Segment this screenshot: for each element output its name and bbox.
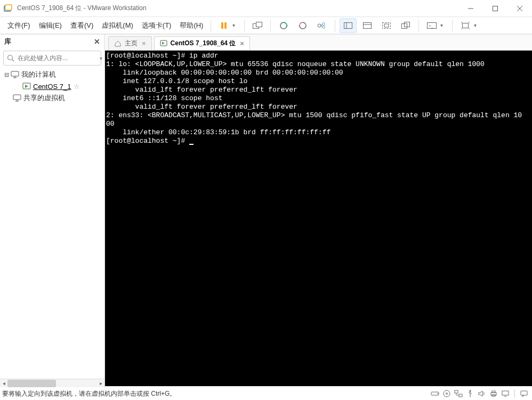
tree-my-computer[interactable]: ⊟ 我的计算机 [2,69,102,80]
svg-point-16 [323,26,325,28]
library-tree: ⊟ 我的计算机 CentOS 7_1 ☆ 共享的虚拟机 [0,68,104,379]
toolbar-separator [211,20,211,31]
svg-rect-9 [256,22,262,27]
svg-rect-19 [344,22,352,28]
svg-point-49 [470,390,471,392]
quick-switch-dropdown-icon[interactable]: ▾ [440,22,447,28]
toolbar-separator [452,20,453,31]
toolbar-separator [244,20,245,31]
search-icon [7,54,14,62]
status-usb-icon[interactable] [465,389,475,398]
tree-collapse-icon[interactable]: ⊟ [4,71,11,78]
view-sidebar-button[interactable] [340,18,357,33]
menu-tabs[interactable]: 选项卡(T) [138,19,176,32]
stretch-guest-button[interactable] [457,18,474,33]
vm-running-icon [22,82,31,91]
menu-help[interactable]: 帮助(H) [175,19,207,32]
svg-rect-46 [455,390,458,393]
menu-view[interactable]: 查看(V) [66,19,98,32]
scroll-right-icon[interactable]: ▸ [97,380,104,386]
pause-dropdown-icon[interactable]: ▾ [232,22,239,28]
favorite-star-icon[interactable]: ☆ [74,83,80,91]
status-messages-icon[interactable] [519,389,529,398]
scroll-track[interactable] [7,380,97,387]
toolbar-separator [335,20,335,31]
tree-centos-vm[interactable]: CentOS 7_1 ☆ [2,80,102,92]
tab-close-icon[interactable]: × [240,39,244,47]
statusbar: 要将输入定向到该虚拟机，请在虚拟机内部单击或按 Ctrl+G。 [0,387,532,400]
snapshot-take-button[interactable] [275,18,292,33]
maximize-button[interactable] [483,0,507,17]
svg-rect-24 [384,24,389,27]
tab-centos[interactable]: CentOS 7_1908_64 位 × [154,36,250,50]
snapshot-manage-button[interactable] [313,18,331,33]
tab-home[interactable]: 主页 × [108,36,152,50]
tree-label: 我的计算机 [21,70,56,79]
status-network-icon[interactable] [453,389,464,398]
svg-marker-36 [25,85,28,88]
tab-close-icon[interactable]: × [142,39,146,47]
svg-rect-1 [5,5,12,10]
status-printer-icon[interactable] [488,389,499,398]
status-sound-icon[interactable] [477,389,487,398]
body: 库 ✕ ▾ ⊟ 我的计算机 CentOS 7_1 ☆ 共享的虚拟机 [0,34,532,387]
menubar: 文件(F) 编辑(E) 查看(V) 虚拟机(M) 选项卡(T) 帮助(H) ▾ … [0,17,532,34]
toolbar-separator [270,20,271,31]
menu-edit[interactable]: 编辑(E) [35,19,66,32]
tree-shared-vms[interactable]: 共享的虚拟机 [2,92,102,104]
scroll-thumb[interactable] [7,380,56,387]
toolbar-separator [418,20,419,31]
status-harddisk-icon[interactable] [430,389,440,398]
tree-label: 共享的虚拟机 [23,93,65,103]
snapshot-revert-button[interactable] [294,18,311,33]
status-text: 要将输入定向到该虚拟机，请在虚拟机内部单击或按 Ctrl+G。 [2,389,429,398]
tree-label: CentOS 7_1 [33,83,71,91]
library-search-input[interactable] [18,54,98,62]
svg-rect-51 [492,391,495,393]
svg-marker-11 [287,25,288,27]
send-ctrl-alt-del-button[interactable] [249,18,266,33]
sidebar-hscrollbar[interactable]: ◂ ▸ [0,379,104,387]
svg-rect-23 [383,22,391,28]
quick-switch-button[interactable]: >_ [423,18,440,33]
svg-marker-41 [162,42,165,44]
fullscreen-button[interactable] [378,18,395,33]
window-title: CentOS 7_1908_64 位 - VMware Workstation [17,4,458,13]
library-search[interactable]: ▾ [3,51,101,66]
library-header: 库 ✕ [0,35,104,48]
minimize-button[interactable] [458,0,483,17]
library-close-icon[interactable]: ✕ [94,37,100,46]
svg-line-31 [12,60,14,62]
svg-rect-53 [502,391,509,395]
shared-monitor-icon [13,94,21,102]
status-cd-icon[interactable] [441,389,452,398]
view-console-button[interactable] [359,18,376,33]
status-display-icon[interactable] [500,389,511,398]
svg-rect-7 [224,22,227,29]
home-icon [114,40,122,47]
unity-button[interactable] [397,18,414,33]
search-dropdown-icon[interactable]: ▾ [100,55,102,61]
library-title: 库 [4,37,11,46]
library-sidebar: 库 ✕ ▾ ⊟ 我的计算机 CentOS 7_1 ☆ 共享的虚拟机 [0,35,105,387]
svg-rect-29 [463,23,469,28]
svg-point-15 [323,22,325,25]
svg-rect-3 [493,6,498,11]
stretch-dropdown-icon[interactable]: ▾ [474,22,480,28]
svg-point-14 [318,24,321,27]
menu-file[interactable]: 文件(F) [3,19,35,32]
svg-point-44 [444,390,450,397]
svg-rect-32 [11,71,19,76]
titlebar: CentOS 7_1908_64 位 - VMware Workstation [0,0,532,17]
close-window-button[interactable] [507,0,532,17]
svg-rect-6 [221,22,223,29]
svg-rect-37 [13,95,21,100]
vm-terminal[interactable]: [root@localhost ~]# ip addr 1: lo: <LOOP… [105,51,532,387]
scroll-left-icon[interactable]: ◂ [0,380,7,386]
menu-vm[interactable]: 虚拟机(M) [98,19,138,32]
monitor-icon [11,70,19,79]
pause-button[interactable] [215,18,232,33]
tab-label: CentOS 7_1908_64 位 [171,39,236,48]
tab-bar: 主页 × CentOS 7_1908_64 位 × [105,35,532,51]
main-panel: 主页 × CentOS 7_1908_64 位 × [root@localhos… [105,35,532,387]
